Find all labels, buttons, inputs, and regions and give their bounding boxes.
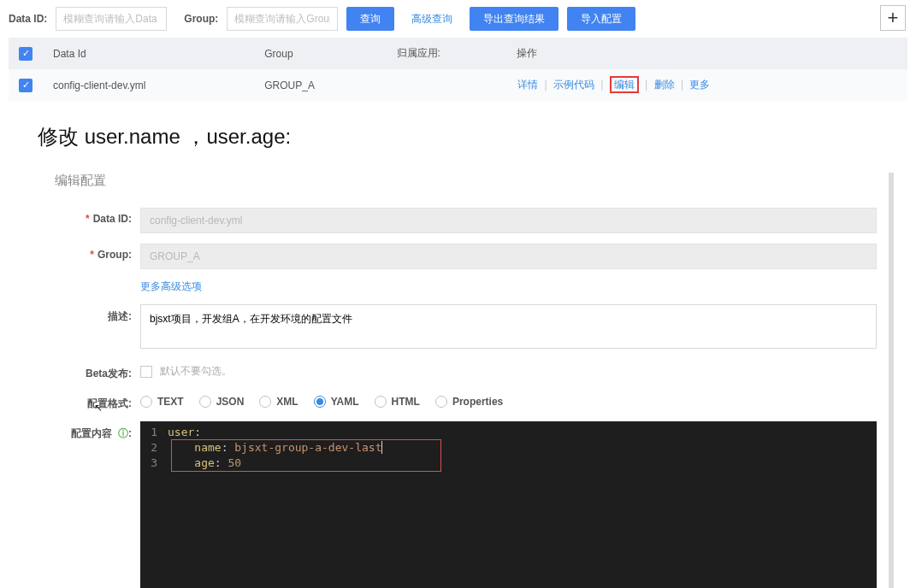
format-radio-text[interactable]: TEXT (140, 396, 184, 408)
label-form-group: *Group: (51, 244, 140, 261)
format-radio-json[interactable]: JSON (199, 396, 245, 408)
description-input[interactable] (140, 304, 877, 349)
query-button[interactable]: 查询 (346, 7, 394, 31)
action-sample[interactable]: 示例代码 (553, 79, 594, 91)
search-group-input[interactable] (227, 7, 338, 31)
cell-app (387, 69, 507, 101)
more-advanced-link[interactable]: 更多高级选项 (140, 280, 202, 292)
format-radio-xml[interactable]: XML (259, 396, 298, 408)
beta-checkbox[interactable] (140, 366, 152, 378)
import-button[interactable]: 导入配置 (567, 7, 635, 31)
format-radio-yaml[interactable]: YAML (314, 396, 359, 408)
edit-config-form: 编辑配置 *Data ID: ↖ *Group: 更多高级选项 描述: Beta… (0, 173, 916, 588)
row-checkbox[interactable]: ✓ (19, 79, 33, 92)
search-data-id-input[interactable] (56, 7, 167, 31)
form-title: 编辑配置 (51, 173, 877, 189)
cell-data-id: config-client-dev.yml (43, 69, 254, 101)
editor-gutter: 123 (140, 421, 163, 588)
format-radio-properties[interactable]: Properties (435, 396, 503, 408)
col-group: Group (254, 38, 386, 69)
label-data-id: Data ID: (9, 13, 47, 25)
cell-actions: 详情 | 示例代码 | 编辑 | 删除 | 更多 (506, 69, 907, 101)
action-detail[interactable]: 详情 (517, 79, 538, 91)
plus-icon: + (888, 7, 899, 29)
label-group: Group: (184, 13, 218, 25)
help-icon[interactable]: ⓘ (118, 426, 128, 441)
beta-note: 默认不要勾选。 (160, 365, 232, 377)
advanced-query-link[interactable]: 高级查询 (403, 7, 461, 31)
label-desc: 描述: (51, 304, 140, 324)
label-form-data-id: *Data ID: (51, 208, 140, 225)
export-button[interactable]: 导出查询结果 (470, 7, 558, 31)
code-editor[interactable]: 123 user: name: bjsxt-group-a-dev-last a… (140, 421, 877, 588)
format-radio-html[interactable]: HTML (375, 396, 420, 408)
select-all-checkbox[interactable]: ✓ (19, 47, 33, 61)
add-config-button[interactable]: + (880, 5, 906, 31)
action-more[interactable]: 更多 (689, 79, 710, 91)
col-data-id: Data Id (43, 38, 254, 69)
form-group-field (140, 244, 877, 269)
col-app: 归属应用: (387, 38, 507, 69)
scrollbar[interactable] (889, 173, 894, 588)
label-content: 配置内容 ⓘ: (51, 421, 140, 441)
col-ops: 操作 (506, 38, 907, 69)
form-data-id-field (140, 208, 877, 233)
config-table: ✓ Data Id Group 归属应用: 操作 ✓ config-client… (9, 38, 907, 101)
action-edit[interactable]: 编辑 (610, 76, 639, 93)
editor-code[interactable]: user: name: bjsxt-group-a-dev-last age: … (163, 421, 877, 588)
cell-group: GROUP_A (254, 69, 386, 101)
section-heading: 修改 user.name ，user.age: (0, 116, 916, 173)
label-beta: Beta发布: (51, 362, 140, 381)
action-delete[interactable]: 删除 (654, 79, 675, 91)
search-bar: Data ID: Group: 查询 高级查询 导出查询结果 导入配置 + (0, 0, 916, 38)
label-format: 配置格式: (51, 391, 140, 411)
table-row[interactable]: ✓ config-client-dev.yml GROUP_A 详情 | 示例代… (9, 69, 907, 101)
